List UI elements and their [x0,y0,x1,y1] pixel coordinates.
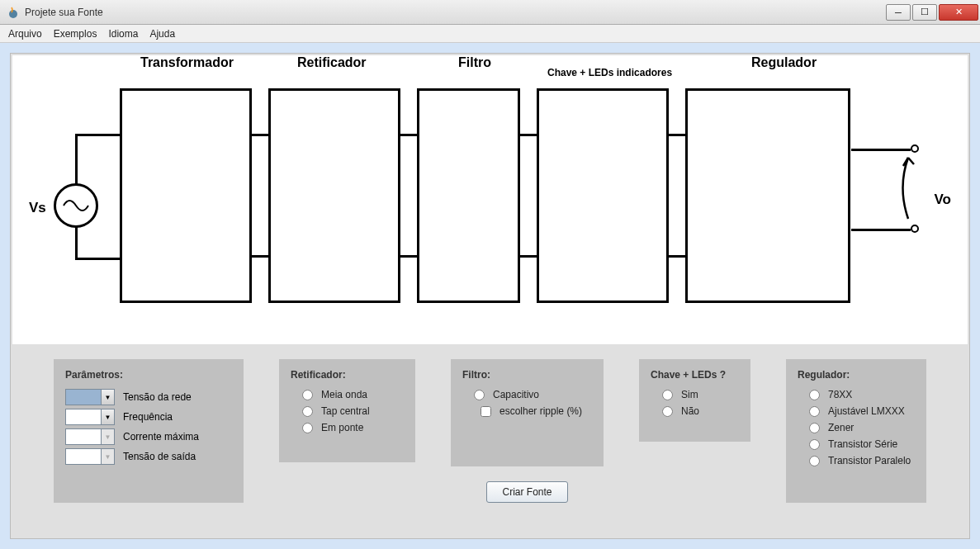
label-tensao-rede: Tensão da rede [123,391,192,403]
java-icon [7,6,20,19]
source-label-vs: Vs [29,200,46,216]
block-label-regulador: Regulador [751,55,817,70]
block-chave-leds [537,88,669,303]
block-filtro [417,88,520,303]
panel-retificador: Retificador: Meia onda Tap central Em po… [279,359,415,462]
block-transformador [120,88,252,303]
radio-transistor-serie[interactable]: Transistor Série [809,438,915,450]
chevron-down-icon: ▼ [101,429,114,444]
block-label-chave-leds: Chave + LEDs indicadores [547,67,672,78]
menu-arquivo[interactable]: Arquivo [8,28,42,40]
panel-title-regulador: Regulador: [798,369,915,381]
vo-arrow-icon [896,154,921,220]
menu-ajuda[interactable]: Ajuda [149,28,175,40]
panel-title-parametros: Parâmetros: [65,369,232,381]
radio-em-ponte[interactable]: Em ponte [302,422,404,433]
panel-regulador: Regulador: 78XX Ajustável LMXXX Zener Tr… [786,359,926,503]
menubar: Arquivo Exemplos Idioma Ajuda [0,25,980,43]
label-tensao-saida: Tensão de saída [123,451,196,462]
radio-capacitivo[interactable]: Capacitivo [474,389,592,400]
radio-sim[interactable]: Sim [662,389,739,400]
chevron-down-icon: ▼ [101,449,114,464]
chevron-down-icon: ▼ [101,409,114,424]
window-controls: ─ ☐ ✕ [886,4,980,21]
block-diagram: Vs Vo Transformador Retificador Filtro C… [12,55,968,344]
combo-tensao-saida[interactable]: ▼ [65,448,115,465]
radio-tap-central[interactable]: Tap central [302,405,404,417]
maximize-button[interactable]: ☐ [912,4,937,21]
panel-filtro: Filtro: Capacitivo escolher ripple (%) [451,359,604,466]
combo-corrente-maxima[interactable]: ▼ [65,428,115,445]
menu-exemplos[interactable]: Exemplos [54,28,97,40]
chevron-down-icon: ▼ [101,390,114,405]
connector [520,88,537,303]
block-label-transformador: Transformador [140,55,234,70]
svg-point-0 [9,10,17,18]
block-retificador [268,88,400,303]
menu-idioma[interactable]: Idioma [108,28,138,40]
radio-transistor-paralelo[interactable]: Transistor Paralelo [809,455,915,466]
block-regulador [685,88,850,303]
minimize-button[interactable]: ─ [886,4,911,21]
panel-chave-leds: Chave + LEDs ? Sim Não [639,359,750,442]
connector [400,88,417,303]
output-terminal-bottom [911,225,919,233]
panel-title-retificador: Retificador: [291,369,404,381]
combo-frequencia[interactable]: ▼ [65,409,115,425]
panel-title-chave: Chave + LEDs ? [651,369,739,381]
label-corrente-maxima: Corrente máxima [123,431,199,443]
window-title: Projete sua Fonte [25,7,103,18]
radio-78xx[interactable]: 78XX [809,389,915,400]
close-button[interactable]: ✕ [939,4,978,21]
radio-ajustavel-lmxxx[interactable]: Ajustável LMXXX [809,405,915,417]
panel-parametros: Parâmetros: ▼ Tensão da rede ▼ Frequênci… [54,359,244,503]
connector [669,88,685,303]
connector [252,88,268,303]
radio-nao[interactable]: Não [662,405,739,417]
window-titlebar: Projete sua Fonte ─ ☐ ✕ [0,0,980,25]
output-label-vo: Vo [935,192,951,208]
radio-meia-onda[interactable]: Meia onda [302,389,404,400]
check-escolher-ripple[interactable]: escolher ripple (%) [481,405,592,417]
panel-title-filtro: Filtro: [462,369,592,381]
output-terminal-top [911,144,919,153]
combo-tensao-rede[interactable]: ▼ [65,389,115,405]
criar-fonte-button[interactable]: Criar Fonte [486,481,567,503]
label-frequencia: Frequência [123,411,173,423]
block-label-filtro: Filtro [458,55,491,70]
ac-source-icon [54,183,98,228]
radio-zener[interactable]: Zener [809,422,915,433]
block-label-retificador: Retificador [297,55,367,70]
